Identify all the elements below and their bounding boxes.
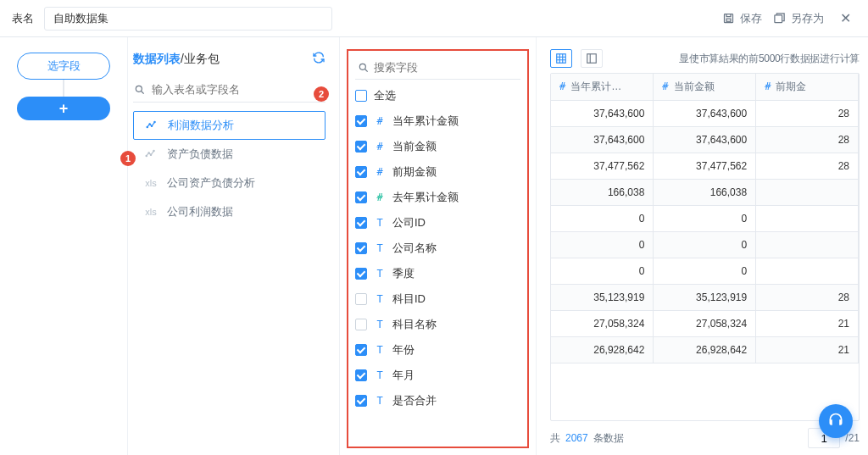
field-row[interactable]: 是否合并 <box>355 388 520 413</box>
datasource-item[interactable]: 资产负债数据 <box>133 140 326 169</box>
field-label: 公司ID <box>392 215 426 230</box>
svg-point-8 <box>146 155 147 156</box>
field-checkbox[interactable] <box>355 395 367 407</box>
cell: 37,643,600 <box>654 126 756 153</box>
field-checkbox[interactable] <box>355 268 367 280</box>
cell: 28 <box>756 100 859 126</box>
table-row[interactable]: 37,477,56237,477,56228 <box>551 153 859 179</box>
field-row[interactable]: 科目ID <box>355 286 520 312</box>
svg-rect-2 <box>774 15 782 23</box>
cell: 0 <box>654 231 756 258</box>
datasource-panel: 数据列表/业务包 2 利润数据分析资产负债数据xls公司资产负债分析xls公司利… <box>127 37 339 455</box>
svg-point-7 <box>154 121 155 122</box>
field-row[interactable]: 年月 <box>355 363 520 388</box>
datasource-item-label: 资产负债数据 <box>167 147 233 162</box>
svg-point-11 <box>153 150 154 151</box>
preview-message: 显使市算結果的前5000行数据据进行计算 <box>611 52 860 66</box>
field-checkbox[interactable] <box>355 293 367 305</box>
foot-prefix: 共 <box>550 431 560 446</box>
field-row[interactable]: 前期金额 <box>355 159 520 185</box>
select-all-row[interactable]: 全选 <box>355 83 520 108</box>
cell: 28 <box>756 126 859 153</box>
datasource-item[interactable]: 利润数据分析 <box>133 111 326 140</box>
field-row[interactable]: 当年累计金额 <box>355 108 520 134</box>
field-row[interactable]: 季度 <box>355 261 520 286</box>
field-checkbox[interactable] <box>355 141 367 153</box>
chart-icon <box>142 119 161 132</box>
svg-point-12 <box>359 64 365 69</box>
text-type-icon <box>374 395 386 407</box>
field-checkbox[interactable] <box>355 242 367 254</box>
column-label: 当年累计… <box>570 80 621 92</box>
column-header[interactable]: #前期金 <box>756 74 859 100</box>
plus-icon: + <box>59 100 69 118</box>
fields-panel: 全选当年累计金额当前金额前期金额去年累计金额公司ID公司名称季度科目ID科目名称… <box>339 37 536 455</box>
save-as-label: 另存为 <box>791 11 824 26</box>
cell: 0 <box>551 231 654 258</box>
field-checkbox[interactable] <box>355 166 367 178</box>
field-row[interactable]: 去年累计金额 <box>355 185 520 210</box>
field-row[interactable]: 当前金额 <box>355 134 520 159</box>
save-label: 保存 <box>740 11 762 26</box>
field-row[interactable]: 年份 <box>355 337 520 363</box>
tab-detail[interactable] <box>581 49 603 68</box>
text-type-icon <box>374 344 386 356</box>
data-grid[interactable]: #当年累计…#当前金额#前期金 37,643,60037,643,6002837… <box>550 73 860 421</box>
field-search-input[interactable] <box>355 56 520 80</box>
close-button[interactable]: ✕ <box>834 8 856 30</box>
add-step-button[interactable]: + <box>17 97 110 120</box>
field-label: 公司名称 <box>392 241 437 256</box>
datasource-title: 数据列表/业务包 <box>133 52 220 67</box>
save-as-button[interactable]: 另存为 <box>772 11 824 26</box>
table-row[interactable]: 37,643,60037,643,60028 <box>551 126 859 153</box>
svg-point-10 <box>150 154 151 155</box>
select-all-checkbox[interactable] <box>355 90 367 102</box>
datasource-list: 利润数据分析资产负债数据xls公司资产负债分析xls公司利润数据 <box>133 111 326 226</box>
field-label: 当前金额 <box>392 139 437 154</box>
search-icon <box>357 61 370 75</box>
help-fab[interactable] <box>819 404 853 438</box>
table-row[interactable]: 00 <box>551 231 859 258</box>
field-label: 前期金额 <box>392 164 437 180</box>
field-checkbox[interactable] <box>355 319 367 330</box>
table-row[interactable]: 26,928,64226,928,64221 <box>551 336 859 363</box>
refresh-button[interactable] <box>312 51 326 67</box>
field-checkbox[interactable] <box>355 369 367 381</box>
table-name-input[interactable] <box>44 7 332 31</box>
field-row[interactable]: 公司ID <box>355 210 520 236</box>
table-row[interactable]: 00 <box>551 205 859 231</box>
table-row[interactable]: 166,038166,038 <box>551 179 859 205</box>
datasource-item[interactable]: xls公司利润数据 <box>133 197 326 226</box>
table-row[interactable]: 37,643,60037,643,60028 <box>551 100 859 126</box>
cell: 0 <box>654 205 756 231</box>
field-checkbox[interactable] <box>355 191 367 203</box>
preview-panel: 显使市算結果的前5000行数据据进行计算 #当年累计…#当前金额#前期金 37,… <box>536 37 868 455</box>
datasource-search-input[interactable] <box>133 77 326 103</box>
table-row[interactable]: 00 <box>551 258 859 284</box>
column-header[interactable]: #当年累计… <box>551 74 654 100</box>
field-checkbox[interactable] <box>355 344 367 356</box>
text-type-icon <box>374 268 386 280</box>
datasource-item[interactable]: xls公司资产负债分析 <box>133 169 326 197</box>
field-row[interactable]: 公司名称 <box>355 236 520 261</box>
tab-grid[interactable] <box>550 49 572 68</box>
table-row[interactable]: 35,123,91935,123,91928 <box>551 284 859 310</box>
cell: 0 <box>654 258 756 284</box>
text-type-icon <box>374 293 386 305</box>
cell: 35,123,919 <box>654 284 756 310</box>
svg-point-6 <box>151 125 152 126</box>
select-fields-step[interactable]: 选字段 <box>17 53 110 80</box>
foot-suffix: 条数据 <box>593 431 624 446</box>
datasource-item-label: 公司资产负债分析 <box>167 175 255 191</box>
field-row[interactable]: 科目名称 <box>355 312 520 337</box>
cell: 21 <box>756 310 859 336</box>
field-checkbox[interactable] <box>355 217 367 229</box>
column-header[interactable]: #当前金额 <box>654 74 756 100</box>
save-button[interactable]: 保存 <box>721 11 762 26</box>
cell: 35,123,919 <box>551 284 654 310</box>
headset-icon <box>827 412 844 431</box>
number-type-icon <box>374 166 386 178</box>
cell: 0 <box>551 205 654 231</box>
table-row[interactable]: 27,058,32427,058,32421 <box>551 310 859 336</box>
field-checkbox[interactable] <box>355 115 367 127</box>
